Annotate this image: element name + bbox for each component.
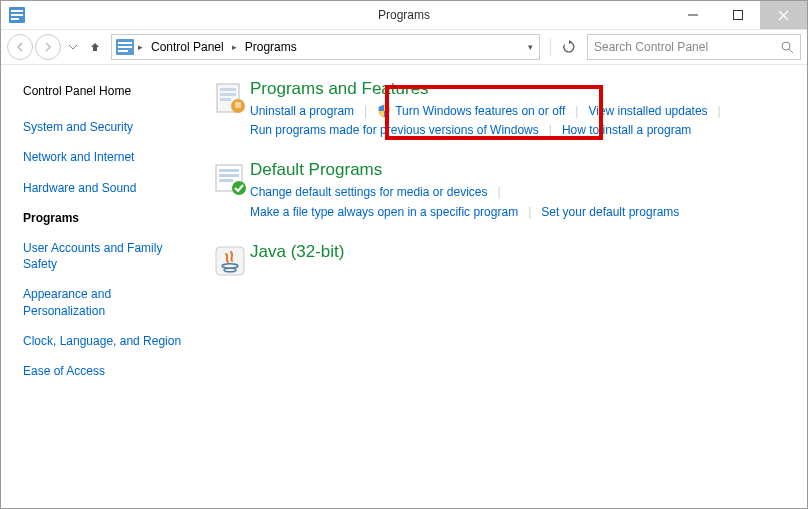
app-icon: [9, 7, 25, 23]
category-title-programs-features[interactable]: Programs and Features: [250, 79, 791, 99]
chevron-right-icon[interactable]: ▸: [136, 42, 145, 52]
sidebar-item-network-internet[interactable]: Network and Internet: [23, 149, 194, 165]
svg-rect-11: [118, 50, 128, 52]
refresh-button[interactable]: [557, 35, 581, 59]
navigation-bar: ▸ Control Panel ▸ Programs ▾ Search Cont…: [1, 30, 807, 65]
separator: [550, 38, 551, 56]
sidebar-item-appearance[interactable]: Appearance and Personalization: [23, 286, 183, 318]
svg-rect-17: [220, 98, 231, 101]
svg-rect-19: [235, 102, 241, 108]
content-area: Control Panel Home System and Security N…: [1, 65, 807, 508]
svg-rect-9: [118, 42, 132, 44]
svg-rect-22: [219, 174, 239, 177]
svg-rect-23: [219, 179, 233, 182]
category-title-default-programs[interactable]: Default Programs: [250, 160, 791, 180]
forward-button[interactable]: [35, 34, 61, 60]
close-button[interactable]: [760, 1, 807, 29]
link-windows-features-label: Turn Windows features on or off: [395, 104, 565, 118]
svg-line-13: [789, 49, 793, 53]
history-dropdown[interactable]: [63, 36, 83, 58]
category-title-java[interactable]: Java (32-bit): [250, 242, 791, 262]
shield-icon: [377, 104, 391, 118]
chevron-down-icon[interactable]: ▾: [526, 42, 535, 52]
divider: |: [528, 203, 531, 222]
svg-rect-3: [11, 18, 19, 20]
sidebar-item-programs[interactable]: Programs: [23, 210, 194, 226]
breadcrumb-control-panel[interactable]: Control Panel: [147, 40, 228, 54]
maximize-button[interactable]: [715, 1, 760, 29]
titlebar: Programs: [1, 1, 807, 30]
svg-rect-15: [220, 88, 236, 91]
svg-rect-5: [733, 11, 742, 20]
link-compatibility[interactable]: Run programs made for previous versions …: [250, 121, 539, 140]
breadcrumb-programs[interactable]: Programs: [241, 40, 301, 54]
window-controls: [670, 1, 807, 29]
sidebar-item-user-accounts[interactable]: User Accounts and Family Safety: [23, 240, 183, 272]
category-java: Java (32-bit): [210, 242, 791, 278]
divider: |: [549, 121, 552, 140]
sidebar-item-hardware-sound[interactable]: Hardware and Sound: [23, 180, 194, 196]
divider: |: [575, 102, 578, 121]
svg-rect-16: [220, 93, 236, 96]
search-icon: [781, 41, 794, 54]
default-programs-icon: [210, 160, 250, 196]
divider: |: [718, 102, 721, 121]
minimize-button[interactable]: [670, 1, 715, 29]
svg-rect-2: [11, 14, 23, 16]
sidebar-item-clock-language[interactable]: Clock, Language, and Region: [23, 333, 194, 349]
svg-rect-10: [118, 46, 132, 48]
divider: |: [364, 102, 367, 121]
svg-point-24: [232, 181, 246, 195]
svg-point-12: [782, 42, 790, 50]
search-placeholder: Search Control Panel: [594, 40, 781, 54]
link-view-updates[interactable]: View installed updates: [588, 102, 707, 121]
sidebar: Control Panel Home System and Security N…: [1, 65, 206, 508]
category-programs-features: Programs and Features Uninstall a progra…: [210, 79, 791, 140]
link-how-to-install[interactable]: How to install a program: [562, 121, 691, 140]
back-button[interactable]: [7, 34, 33, 60]
divider: |: [497, 183, 500, 202]
up-button[interactable]: [85, 36, 105, 58]
svg-rect-25: [216, 247, 244, 275]
link-file-type[interactable]: Make a file type always open in a specif…: [250, 203, 518, 222]
category-default-programs: Default Programs Change default settings…: [210, 160, 791, 221]
sidebar-item-system-security[interactable]: System and Security: [23, 119, 194, 135]
location-icon: [116, 39, 134, 55]
link-set-defaults[interactable]: Set your default programs: [541, 203, 679, 222]
chevron-right-icon[interactable]: ▸: [230, 42, 239, 52]
main-content: Programs and Features Uninstall a progra…: [206, 65, 807, 508]
sidebar-home[interactable]: Control Panel Home: [23, 83, 194, 99]
svg-rect-1: [11, 10, 23, 12]
java-icon: [210, 242, 250, 278]
link-uninstall-program[interactable]: Uninstall a program: [250, 102, 354, 121]
link-windows-features[interactable]: Turn Windows features on or off: [377, 102, 565, 121]
search-input[interactable]: Search Control Panel: [587, 34, 801, 60]
link-default-media[interactable]: Change default settings for media or dev…: [250, 183, 487, 202]
sidebar-item-ease-of-access[interactable]: Ease of Access: [23, 363, 194, 379]
svg-rect-21: [219, 169, 239, 172]
programs-features-icon: [210, 79, 250, 115]
address-bar[interactable]: ▸ Control Panel ▸ Programs ▾: [111, 34, 540, 60]
